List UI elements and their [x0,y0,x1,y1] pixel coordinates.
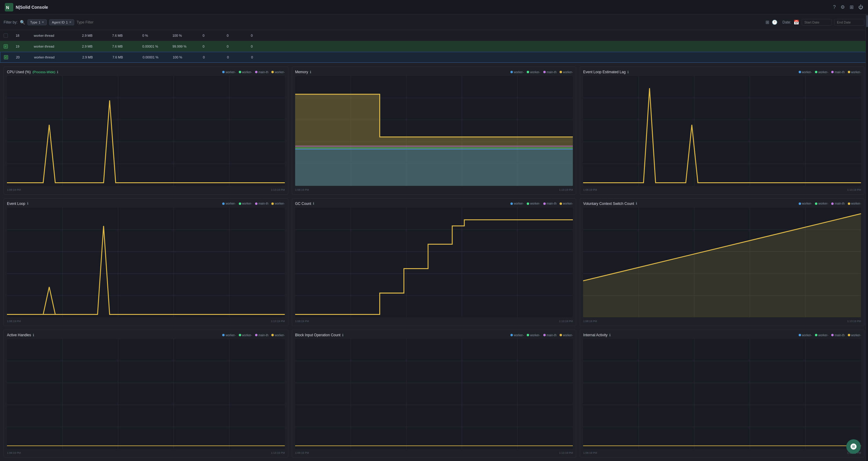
info-icon-el[interactable]: ℹ [27,202,28,205]
legend-item: worker- [510,334,524,337]
chart-header-ia: Internal Activity ℹ worker- worker- main… [583,333,861,337]
row-val1: 0 [202,44,225,48]
svg-marker-52 [583,213,861,317]
legend-item: worker- [848,334,861,337]
chart-title-vc: Voluntary Context Switch Count [583,202,634,206]
row-val1: 0 [202,56,226,59]
chart-event-loop: Event Loop ℹ worker- worker- main-th wor… [4,198,288,326]
info-icon-vc[interactable]: ℹ [636,202,637,205]
chart-area-ah [7,339,285,449]
chart-header-cpu: CPU Used (%) (Process-Wide) ℹ worker- wo… [7,70,285,74]
row-checkbox-19[interactable]: ✓ [2,44,14,48]
row-type: worker-thread [33,56,81,59]
help-icon[interactable]: ? [833,4,836,10]
chart-title-ah: Active Handles [7,333,31,337]
chart-internal-activity: Internal Activity ℹ worker- worker- main… [580,330,864,458]
right-scrollbar[interactable] [866,14,868,461]
chart-cpu-used: CPU Used (%) (Process-Wide) ℹ worker- wo… [4,67,288,195]
svg-text:N: N [6,5,9,10]
settings-icon[interactable]: ⚙ [841,4,845,10]
chart-block-input: Block Input Operation Count ℹ worker- wo… [292,330,577,458]
row-val2: 0 [226,56,250,59]
time-start: 1:08:19 PM [583,188,597,191]
chart-title-gc: GC Count [295,202,311,206]
legend-memory: worker- worker- main-th worker- [313,70,573,74]
chart-title-ia: Internal Activity [583,333,608,337]
time-end: 1:13:19 PM [559,188,573,191]
profile-icon[interactable]: ⊞ [849,4,854,10]
filter-tag-agent-close[interactable]: ✕ [69,21,71,24]
row-cpu2: 100 % [171,34,202,37]
chart-header-gc: GC Count ℹ worker- worker- main-th worke… [295,202,573,206]
chart-memory: Memory ℹ worker- worker- main-th worker- [292,67,577,195]
row-mem2: 7.6 MB [111,44,141,48]
row-cpu2: 99.999 % [171,44,202,48]
row-cpu1: 0.00001 % [141,44,171,48]
info-icon-bi[interactable]: ℹ [342,333,343,337]
legend-item: worker- [239,70,252,74]
time-labels-gc: 1:08:19 PM 1:13:19 PM [295,320,573,323]
row-val3: 0 [250,34,274,37]
power-icon[interactable]: ⏻ [858,4,863,10]
chart-header-bi: Block Input Operation Count ℹ worker- wo… [295,333,573,337]
legend-item: main-th [543,70,557,74]
legend-item: worker- [239,202,252,205]
chart-header-el: Event Loop ℹ worker- worker- main-th wor… [7,202,285,206]
time-start: 1:08:19 PM [7,451,21,454]
type-filter-input[interactable] [76,20,763,24]
time-start: 1:08:19 PM [295,188,309,191]
info-icon-ah[interactable]: ℹ [33,333,34,337]
legend-item: main-th [831,70,844,74]
start-date-input[interactable] [802,19,832,26]
calendar-icon[interactable]: 📅 [794,20,799,25]
row-mem1: 2.9 MB [81,34,111,37]
legend-el: worker- worker- main-th worker- [30,202,285,205]
legend-item: main-th [543,202,557,205]
app-logo: N N|Solid Console [5,3,48,11]
time-end: 1:13:19 PM [271,451,285,454]
legend-item: worker- [222,334,236,337]
filter-tag-type-close[interactable]: ✕ [41,21,44,24]
legend-item: worker- [222,70,236,74]
logo-icon: N [5,3,13,11]
legend-ia: worker- worker- main-th worker- [612,334,861,337]
info-icon-el-lag[interactable]: ℹ [627,70,629,74]
time-end: 1:13:19 PM [271,188,285,191]
svg-marker-19 [295,149,573,186]
info-icon-memory[interactable]: ℹ [310,70,311,74]
row-mem1: 2.9 MB [81,56,111,59]
table-row[interactable]: 18 worker-thread 2.9 MB 7.6 MB 0 % 100 %… [0,30,868,41]
time-end: 1:13:19 PM [847,320,861,323]
date-section: Date: 📅 [782,19,864,26]
row-mem2: 7.6 MB [111,34,141,37]
legend-item: worker- [815,70,828,74]
time-end: 1:13:19 PM [847,188,861,191]
save-filter-icon[interactable]: ⊞ [766,20,769,25]
info-icon-gc[interactable]: ℹ [313,202,314,205]
row-val3: 0 [250,56,274,59]
row-val2: 0 [225,34,250,37]
time-start: 1:08:19 PM [295,320,309,323]
history-icon[interactable]: 🕐 [772,20,778,25]
chart-voluntary-context: Voluntary Context Switch Count ℹ worker-… [580,198,864,326]
row-cpu1: 0 % [141,34,171,37]
row-checkbox-20[interactable]: ✓ [3,55,15,59]
chat-button[interactable] [846,439,861,454]
info-icon-cpu[interactable]: ℹ [57,70,58,74]
legend-item: worker- [815,334,828,337]
end-date-input[interactable] [834,19,864,26]
row-checkbox-18[interactable] [2,33,14,38]
scrollbar-thumb[interactable] [866,15,868,27]
search-icon: 🔍 [20,20,25,25]
filter-tag-agent[interactable]: Agent ID 1 ✕ [49,19,74,25]
table-row[interactable]: ✓ 20 worker-thread 2.9 MB 7.6 MB 0.00001… [0,52,868,63]
chart-title-memory: Memory [295,70,308,74]
time-start: 1:08:19 PM [295,451,309,454]
table-row[interactable]: ✓ 19 worker-thread 2.9 MB 7.6 MB 0.00001… [0,41,868,52]
filter-tag-type[interactable]: Type 1 ✕ [27,19,47,25]
row-cpu1: 0.00001 % [142,56,172,59]
legend-cpu: worker- worker- main-th worker- [60,70,285,74]
legend-ah: worker- worker- main-th worker- [36,334,285,337]
legend-item: main-th [255,70,268,74]
info-icon-ia[interactable]: ℹ [609,333,611,337]
